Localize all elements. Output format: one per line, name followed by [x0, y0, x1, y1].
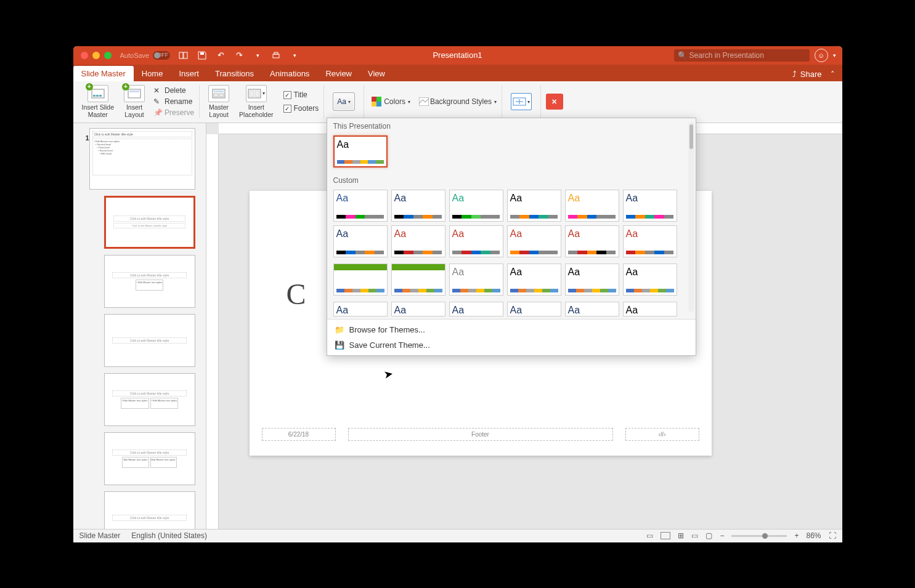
theme-custom[interactable]: Aa	[391, 302, 445, 316]
layout-thumbnail-5[interactable]: Click to edit Master title style Edit Ma…	[104, 432, 195, 485]
title-placeholder[interactable]: C	[287, 277, 306, 311]
thumbnail-pane[interactable]: 1 Click to edit Master title style • Edi…	[73, 123, 206, 529]
theme-custom[interactable]: Aa	[565, 190, 619, 222]
minimize-window-button[interactable]	[92, 52, 100, 59]
theme-custom[interactable]: Aa	[507, 264, 561, 296]
slide-number-placeholder[interactable]: ‹#›	[625, 428, 699, 441]
zoom-window-button[interactable]	[104, 52, 112, 59]
delete-button[interactable]: ✕Delete	[153, 86, 194, 95]
date-placeholder[interactable]: 6/22/18	[262, 428, 336, 441]
theme-custom[interactable]: Aa	[623, 302, 677, 316]
theme-custom[interactable]: Aa	[333, 302, 388, 316]
rename-button[interactable]: ✎Rename	[153, 97, 194, 107]
account-dropdown-icon[interactable]: ▾	[833, 52, 836, 58]
popup-scrollbar[interactable]	[688, 122, 694, 312]
theme-custom[interactable]: Aa	[623, 190, 677, 222]
feedback-icon[interactable]: ☺	[815, 49, 828, 62]
theme-custom[interactable]: Aa	[565, 225, 619, 257]
layout-thumbnail-6[interactable]: Click to edit Master title style	[104, 491, 195, 529]
zoom-level[interactable]: 86%	[806, 531, 821, 540]
tab-view[interactable]: View	[360, 66, 393, 81]
print-icon[interactable]	[271, 50, 281, 60]
undo-icon[interactable]: ↶	[216, 50, 226, 60]
theme-custom[interactable]: Aa	[623, 225, 677, 257]
slideshow-view-icon[interactable]: ▢	[706, 531, 712, 540]
theme-current[interactable]: Aa	[333, 135, 388, 167]
theme-custom[interactable]: Aa	[391, 264, 445, 296]
theme-custom[interactable]: Aa	[507, 302, 561, 316]
reading-view-icon[interactable]: ▭	[691, 531, 698, 540]
layout-thumbnail-2[interactable]: Click to edit Master title style • Edit …	[104, 255, 195, 308]
theme-custom[interactable]: Aa	[565, 302, 619, 316]
zoom-out-button[interactable]: −	[720, 531, 724, 540]
preserve-button[interactable]: 📌Preserve	[153, 108, 194, 118]
tab-home[interactable]: Home	[134, 66, 171, 81]
insert-layout-button[interactable]: + Insert Layout	[120, 84, 148, 119]
document-title: Presentation1	[433, 50, 482, 60]
tab-slide-master[interactable]: Slide Master	[73, 66, 134, 81]
theme-custom[interactable]: Aa	[333, 190, 388, 222]
svg-rect-12	[214, 91, 224, 92]
collapse-ribbon-icon[interactable]: ˄	[831, 70, 835, 79]
theme-custom[interactable]: Aa	[449, 264, 503, 296]
layout-thumbnail-3[interactable]: Click to edit Master title style	[104, 314, 195, 367]
zoom-in-button[interactable]: +	[794, 531, 799, 540]
layout-thumbnail-1[interactable]: Click to edit Master title style Click t…	[104, 196, 195, 249]
close-window-button[interactable]	[81, 52, 88, 59]
insert-placeholder-button[interactable]: ▾ Insert Placeholder	[235, 84, 277, 119]
layout-thumbnail-4[interactable]: Click to edit Master title style • Edit …	[104, 373, 195, 426]
home-icon[interactable]	[179, 50, 189, 60]
theme-custom[interactable]: Aa	[507, 225, 561, 257]
master-layout-button[interactable]: Master Layout	[205, 84, 233, 119]
qat-dropdown-icon[interactable]: ▾	[290, 50, 299, 60]
theme-custom[interactable]: Aa	[565, 264, 619, 296]
zoom-slider[interactable]	[731, 535, 787, 537]
autosave-toggle[interactable]: AutoSave OFF	[120, 51, 171, 60]
vertical-ruler	[206, 134, 219, 529]
master-thumbnail[interactable]: Click to edit Master title style • Edit …	[89, 128, 195, 190]
theme-custom[interactable]: Aa	[449, 302, 503, 316]
themes-button[interactable]: Aa▾	[329, 91, 359, 112]
tab-review[interactable]: Review	[317, 66, 360, 81]
svg-rect-4	[274, 52, 278, 54]
redo-icon[interactable]: ↷	[234, 50, 244, 60]
save-theme-item[interactable]: 💾 Save Current Theme...	[327, 337, 696, 353]
tab-transitions[interactable]: Transitions	[207, 66, 262, 81]
slide-edit-area[interactable]: C 6/22/18 Footer ‹#› This Presentation A…	[206, 123, 842, 529]
toggle-switch[interactable]: OFF	[153, 51, 170, 60]
theme-custom[interactable]: Aa	[449, 225, 503, 257]
share-label: Share	[800, 70, 822, 79]
theme-custom[interactable]: Aa	[449, 190, 503, 222]
theme-custom[interactable]: Aa	[333, 264, 388, 296]
rename-icon: ✎	[153, 97, 162, 106]
close-master-button[interactable]: ✕	[546, 94, 563, 110]
footer-placeholder[interactable]: Footer	[348, 428, 613, 441]
theme-custom[interactable]: Aa	[391, 190, 445, 222]
master-index: 1	[86, 134, 89, 142]
title-checkbox[interactable]: ✓Title	[283, 90, 319, 100]
notes-button[interactable]: ▭	[646, 531, 653, 540]
browse-themes-item[interactable]: 📁 Browse for Themes...	[327, 322, 696, 337]
tab-animations[interactable]: Animations	[262, 66, 317, 81]
slide-size-button[interactable]: ▾	[507, 92, 535, 111]
theme-custom[interactable]: Aa	[507, 190, 561, 222]
sorter-view-icon[interactable]: ⊞	[678, 531, 684, 540]
quick-access-toolbar: ↶ ↷ ▾ ▾	[179, 50, 299, 60]
colors-button[interactable]: Colors▾	[372, 96, 410, 107]
theme-custom[interactable]: Aa	[391, 225, 445, 257]
browse-themes-label: Browse for Themes...	[349, 325, 425, 334]
share-button[interactable]: ⤴ Share ˄	[792, 70, 835, 81]
search-input[interactable]: 🔍 Search in Presentation	[674, 49, 810, 62]
tab-insert[interactable]: Insert	[171, 66, 207, 81]
save-icon[interactable]	[197, 50, 207, 60]
undo-dropdown-icon[interactable]: ▾	[253, 50, 262, 60]
insert-slide-master-button[interactable]: + Insert Slide Master	[78, 84, 118, 119]
footers-checkbox[interactable]: ✓Footers	[283, 103, 319, 113]
normal-view-icon[interactable]	[661, 532, 670, 539]
status-language[interactable]: English (United States)	[131, 531, 207, 540]
title-bar: AutoSave OFF ↶ ↷ ▾ ▾ Presentation1 🔍 Sea…	[73, 46, 842, 65]
background-styles-button[interactable]: Background Styles▾	[419, 97, 497, 107]
theme-custom[interactable]: Aa	[623, 264, 677, 296]
fit-to-window-icon[interactable]: ⛶	[829, 531, 836, 540]
theme-custom[interactable]: Aa	[333, 225, 388, 257]
